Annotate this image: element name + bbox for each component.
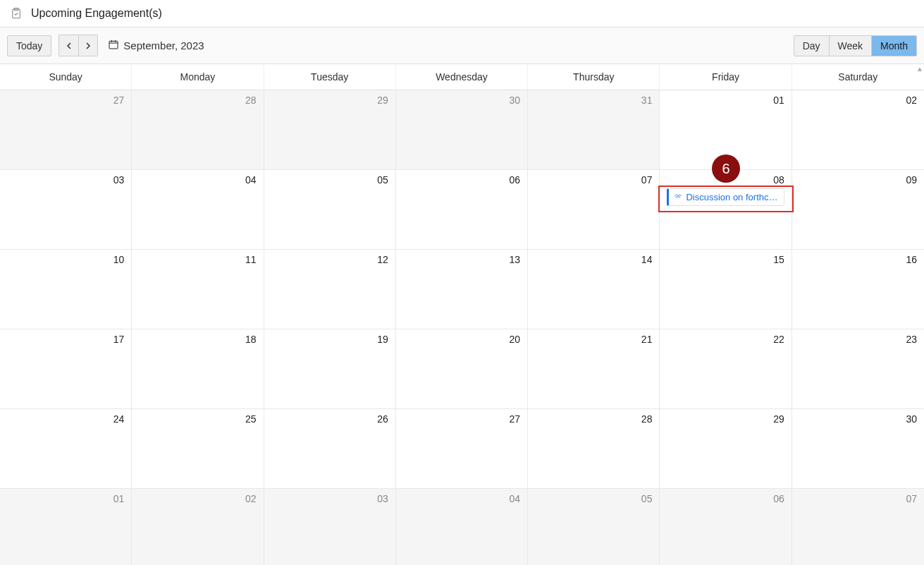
day-cell[interactable]: 06: [660, 489, 791, 565]
day-number: 14: [535, 254, 652, 265]
day-number: 05: [535, 493, 652, 504]
day-cell[interactable]: 05: [264, 170, 396, 249]
day-number: 29: [667, 413, 784, 425]
day-cell[interactable]: 02: [132, 489, 264, 565]
day-cell[interactable]: 12: [264, 250, 396, 329]
day-cell[interactable]: 30: [396, 90, 528, 169]
month-view-button[interactable]: Month: [872, 35, 917, 56]
day-header: Sunday: [0, 64, 132, 90]
day-cell[interactable]: 16: [792, 250, 924, 329]
day-cell[interactable]: 24: [0, 409, 132, 488]
calendar-grid: SundayMondayTuesdayWednesdayThursdayFrid…: [0, 64, 924, 565]
day-cell[interactable]: 01: [660, 90, 791, 169]
day-number: 13: [403, 254, 520, 265]
day-cell[interactable]: 21: [528, 329, 660, 408]
day-cell[interactable]: 22: [660, 329, 791, 408]
calendar-toolbar: Today September, 2023 Da: [0, 28, 924, 64]
toolbar-left: Today September, 2023: [7, 35, 204, 56]
date-text: September, 2023: [123, 40, 204, 51]
day-cell[interactable]: 03: [264, 489, 396, 565]
week-view-button[interactable]: Week: [830, 35, 873, 56]
next-button[interactable]: [78, 35, 98, 56]
clipboard-check-icon: [10, 7, 23, 20]
day-number: 19: [271, 334, 388, 345]
week-row: 030405060708Discussion on forthc…09: [0, 170, 924, 250]
day-cell[interactable]: 03: [0, 170, 132, 249]
day-number: 29: [271, 95, 388, 106]
day-cell[interactable]: 09: [792, 170, 924, 249]
day-cell[interactable]: 07: [528, 170, 660, 249]
day-cell[interactable]: 13: [396, 250, 528, 329]
week-row: 01020304050607: [0, 489, 924, 565]
day-number: 18: [139, 334, 256, 345]
day-number: 02: [799, 95, 917, 106]
day-cell[interactable]: 19: [264, 329, 396, 408]
calendar-event[interactable]: Discussion on forthc…: [667, 188, 784, 206]
day-cell[interactable]: 28: [132, 90, 264, 169]
today-button[interactable]: Today: [7, 35, 51, 56]
current-date-label[interactable]: September, 2023: [105, 39, 204, 52]
day-number: 30: [799, 413, 917, 425]
day-cell[interactable]: 23: [792, 329, 924, 408]
day-header-row: SundayMondayTuesdayWednesdayThursdayFrid…: [0, 64, 924, 90]
day-number: 08: [667, 174, 784, 186]
day-number: 21: [535, 334, 652, 345]
day-number: 01: [667, 95, 784, 106]
calendar-icon: [108, 39, 119, 52]
day-number: 06: [667, 493, 784, 504]
weeks-container: 27282930310102030405060708Discussion on …: [0, 90, 924, 565]
day-cell[interactable]: 10: [0, 250, 132, 329]
day-number: 27: [403, 413, 520, 425]
day-cell[interactable]: 11: [132, 250, 264, 329]
day-number: 24: [7, 413, 124, 425]
day-header: Tuesday: [264, 64, 396, 90]
day-cell[interactable]: 04: [396, 489, 528, 565]
day-view-button[interactable]: Day: [794, 35, 830, 56]
day-cell[interactable]: 18: [132, 329, 264, 408]
day-number: 28: [139, 95, 256, 106]
view-switcher: Day Week Month: [794, 35, 917, 56]
day-number: 20: [403, 334, 520, 345]
day-header: Friday: [660, 64, 791, 90]
day-cell[interactable]: 01: [0, 489, 132, 565]
day-cell[interactable]: 29: [660, 409, 791, 488]
week-row: 17181920212223: [0, 329, 924, 409]
day-cell[interactable]: 27: [396, 409, 528, 488]
day-number: 04: [403, 493, 520, 504]
day-cell[interactable]: 04: [132, 170, 264, 249]
day-cell[interactable]: 15: [660, 250, 791, 329]
scroll-up-icon: ▲: [916, 64, 924, 73]
day-cell[interactable]: 30: [792, 409, 924, 488]
chevron-right-icon: [85, 40, 91, 51]
day-cell[interactable]: 28: [528, 409, 660, 488]
day-cell[interactable]: 05: [528, 489, 660, 565]
day-number: 30: [403, 95, 520, 106]
day-number: 10: [7, 254, 124, 265]
day-cell[interactable]: 17: [0, 329, 132, 408]
day-number: 09: [799, 174, 917, 186]
day-cell[interactable]: 27: [0, 90, 132, 169]
day-cell[interactable]: 25: [132, 409, 264, 488]
day-number: 12: [271, 254, 388, 265]
event-text: Discussion on forthc…: [686, 192, 777, 202]
day-cell[interactable]: 07: [792, 489, 924, 565]
day-cell[interactable]: 06: [396, 170, 528, 249]
day-cell[interactable]: 14: [528, 250, 660, 329]
day-cell[interactable]: 20: [396, 329, 528, 408]
day-header: Saturday: [792, 64, 924, 90]
day-number: 26: [271, 413, 388, 425]
day-cell[interactable]: 31: [528, 90, 660, 169]
day-number: 01: [7, 493, 124, 504]
week-row: 10111213141516: [0, 250, 924, 329]
day-cell[interactable]: 02: [792, 90, 924, 169]
day-number: 31: [535, 95, 652, 106]
day-number: 06: [403, 174, 520, 186]
day-number: 16: [799, 254, 917, 265]
day-cell[interactable]: 29: [264, 90, 396, 169]
day-cell[interactable]: 26: [264, 409, 396, 488]
prev-button[interactable]: [58, 35, 78, 56]
day-number: 11: [139, 254, 256, 265]
day-cell[interactable]: 08Discussion on forthc…: [660, 170, 791, 249]
day-number: 03: [7, 174, 124, 186]
day-number: 15: [667, 254, 784, 265]
